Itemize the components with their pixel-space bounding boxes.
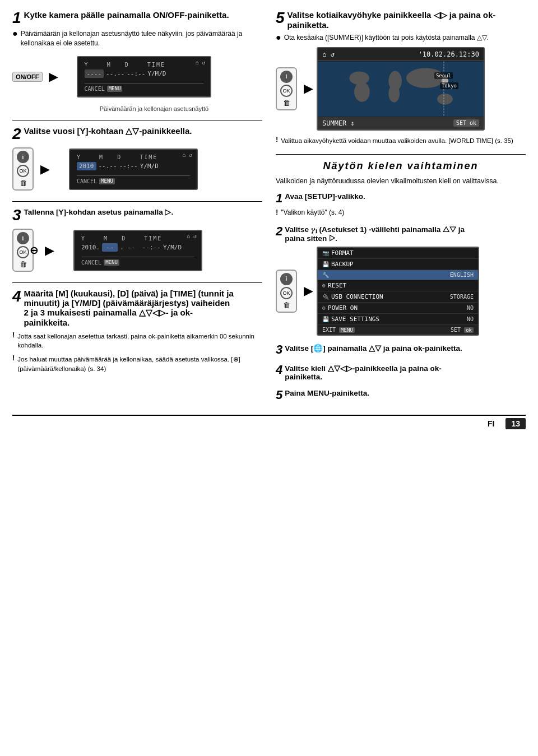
- step-1-note: ● Päivämäärän ja kellonajan asetusnäyttö…: [12, 29, 262, 48]
- sub-step-2-num: 2: [276, 225, 282, 238]
- info-btn-sub2: i: [280, 273, 293, 285]
- cam-cols-label: Y M D TIME: [85, 62, 203, 68]
- world-screen-header: ⌂ ↺ '10.02.26.12:30: [318, 48, 484, 61]
- svg-point-6: [437, 94, 453, 105]
- step-1-block: 1 Kytke kamera päälle painamalla ON/OFF-…: [12, 10, 262, 112]
- step-5-number: 5: [276, 10, 285, 26]
- trash-icon: 🗑: [20, 179, 27, 187]
- home-icon-2: ⌂ ↺: [182, 152, 192, 158]
- language-section-desc: Valikoiden ja näyttöruudussa olevien vik…: [276, 177, 526, 187]
- step-5-note1: ● Ota kesäaika ([SUMMER)] käyttöön tai p…: [276, 33, 526, 43]
- reset-label: RESET: [328, 282, 474, 289]
- setup-screen-footer: EXIT MENU SET ok: [318, 325, 478, 335]
- sub-step-5: 5 Paina MENU-painiketta.: [276, 389, 526, 401]
- step-4-block: 4 Määritä [M] (kuukausi), [D] (päivä) ja…: [12, 289, 262, 375]
- lang-value: ENGLISH: [450, 272, 474, 278]
- home-icon-3: ⌂ ↺: [187, 233, 197, 239]
- trash-icon-sub2: 🗑: [283, 301, 290, 309]
- arrow-1: ▶: [49, 69, 58, 84]
- cam-date-row-2: 2010 --.-- --:-- Y/M/D: [77, 160, 190, 172]
- cancel-row-2: CANCEL MENU: [77, 175, 190, 184]
- setup-row-save: 💾 SAVE SETTINGS NO: [318, 314, 478, 325]
- cancel-row-1: CANCEL MENU: [85, 83, 203, 92]
- info-button: i: [17, 151, 29, 163]
- sub-step-3-num: 3: [276, 344, 282, 356]
- on-off-label: ON/OFF: [12, 72, 43, 82]
- power-icon: ⚙: [322, 305, 326, 311]
- step-3-title: Tallenna [Y]-kohdan asetus painamalla ▷.: [24, 207, 174, 216]
- world-time-display: '10.02.26.12:30: [419, 50, 479, 58]
- backup-label: BACKUP: [331, 261, 474, 268]
- save-value: NO: [467, 316, 474, 322]
- step-5-note2-text: Valittua aikavyöhykettä voidaan muuttaa …: [281, 136, 513, 146]
- power-value: NO: [467, 305, 474, 311]
- step-5-title: Valitse kotiaikavyöhyke painikkeella ◁▷ …: [287, 10, 500, 30]
- setup-row-power: ⚙ POWER ON NO: [318, 303, 478, 314]
- setup-row-format: 📷 FORMAT: [318, 248, 478, 259]
- camera-screen-1: ⌂ ↺ Y M D TIME ---- --.-- --:-- Y/M/D CA…: [77, 56, 211, 98]
- ok-btn-sub2: OK: [280, 287, 293, 299]
- setup-row-backup: 💾 BACKUP: [318, 259, 478, 270]
- exit-menu-label: EXIT MENU: [322, 327, 355, 333]
- sub-step-2: 2 Valitse 𝛾₁ (Asetukset 1) -välilehti pa…: [276, 225, 526, 336]
- setup-row-reset: ⚙ RESET: [318, 280, 478, 291]
- exclaim-icon-2: !: [12, 354, 15, 362]
- year-val: ----: [85, 69, 104, 78]
- menu-badge-2: MENU: [99, 178, 115, 184]
- step-5-note1-text: Ota kesäaika ([SUMMER)] käyttöön tai poi…: [284, 33, 489, 43]
- save-icon: 💾: [322, 316, 329, 322]
- world-map-area: Seoul Tokyo: [318, 61, 484, 117]
- summer-label: SUMMER ⇕: [322, 119, 355, 127]
- footer-right: FI 13: [488, 418, 526, 429]
- fi-label: FI: [488, 419, 494, 428]
- svg-rect-0: [318, 61, 484, 117]
- section-title-text: Näytön kielen vaihtaminen: [323, 160, 478, 171]
- bottom-bar: FI 13: [12, 415, 526, 429]
- city-label-seoul: Seoul: [434, 72, 453, 79]
- cam-cols-3: Y M D TIME: [81, 235, 194, 242]
- home-icon: ⌂ ↺: [196, 59, 206, 66]
- ok-button: OK: [17, 165, 29, 177]
- sub-step-3: 3 Valitse [🌐] painamalla △▽ ja paina ok-…: [276, 344, 526, 356]
- step-4-note1-text: Jotta saat kellonajan asetettua tarkasti…: [17, 332, 262, 350]
- home-icon-5: ⌂ ↺: [322, 50, 335, 58]
- month-val: --: [102, 243, 118, 252]
- step-5-block: 5 Valitse kotiaikavyöhyke painikkeella ◁…: [276, 10, 526, 146]
- cancel-label-1: CANCEL: [85, 86, 105, 92]
- step-4-number: 4: [12, 289, 21, 304]
- info-btn-3: i: [17, 232, 29, 244]
- step-3-number: 3: [12, 207, 21, 223]
- usb-value: STORAGE: [450, 294, 474, 300]
- format-label: FORMAT: [331, 249, 474, 257]
- cam-cols-2: Y M D TIME: [77, 154, 190, 160]
- step-1-title: Kytke kamera päälle painamalla ON/OFF-pa…: [24, 10, 229, 20]
- step-2-number: 2: [12, 126, 21, 142]
- usb-label: USB CONNECTION: [331, 293, 450, 300]
- trash-icon-5: 🗑: [283, 99, 290, 107]
- device-icon-2: i OK 🗑: [12, 147, 34, 191]
- setup-row-usb: 🔌 USB CONNECTION STORAGE: [318, 291, 478, 303]
- sub-step-4: 4 Valitse kieli △▽◁▷-painikkeella ja pai…: [276, 364, 526, 381]
- cancel-row-3: CANCEL MENU: [81, 257, 194, 266]
- arrow-5: ▶: [304, 81, 313, 96]
- world-screen-footer: SUMMER ⇕ SET ok: [318, 117, 484, 129]
- sub-step-1-note: ! "Valikon käyttö" (s. 4): [276, 208, 526, 217]
- camera-screen-2: ⌂ ↺ Y M D TIME 2010 --.-- --:-- Y/M/D CA…: [69, 149, 198, 190]
- save-label: SAVE SETTINGS: [331, 316, 467, 323]
- language-section-title: Näytön kielen vaihtaminen: [276, 160, 526, 172]
- set-ok-setup: SET ok: [451, 327, 474, 333]
- arrow-2: ▶: [40, 162, 50, 177]
- sub-step-4-title: Valitse kieli △▽◁▷-painikkeella ja paina…: [285, 364, 475, 381]
- backup-icon: 💾: [322, 261, 329, 267]
- step-2-title: Valitse vuosi [Y]-kohtaan △▽-painikkeell…: [24, 126, 192, 136]
- step-1-number: 1: [12, 10, 21, 26]
- sub-step-1-title: Avaa [SETUP]-valikko.: [285, 192, 365, 201]
- step-4-note1: ! Jotta saat kellonajan asetettua tarkas…: [12, 331, 262, 351]
- exclaim-icon-5: !: [276, 135, 278, 143]
- world-time-screen: ⌂ ↺ '10.02.26.12:30: [317, 47, 485, 131]
- device-icon-3: i OK 🗑 ⊖: [12, 229, 34, 272]
- power-label: POWER ON: [328, 304, 467, 312]
- step-4-title: Määritä [M] (kuukausi), [D] (päivä) ja […: [24, 289, 237, 327]
- ok-badge-setup: ok: [464, 327, 474, 333]
- setup-row-lang: 🔧 ENGLISH: [318, 270, 478, 280]
